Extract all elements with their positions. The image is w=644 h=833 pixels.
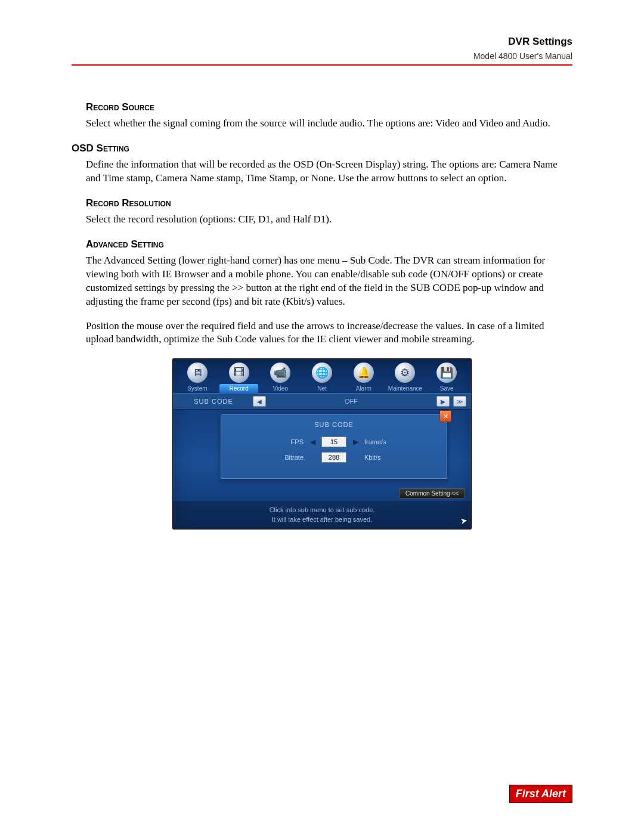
text-record-resolution: Select the record resolution (options: C… [86, 213, 572, 227]
sub-code-prev-button[interactable]: ◀ [253, 396, 266, 407]
tab-alarm[interactable]: 🔔Alarm [344, 363, 383, 393]
tab-record[interactable]: 🎞Record [219, 363, 259, 393]
fps-value[interactable]: 15 [321, 436, 346, 447]
popup-title: SUB CODE [230, 421, 438, 428]
alarm-icon: 🔔 [354, 363, 374, 383]
gear-icon: ⚙ [395, 363, 415, 383]
monitor-icon: 🖥 [187, 363, 208, 383]
page-header-subtitle: Model 4800 User's Manual [72, 51, 572, 61]
brand-logo: First Alert [509, 785, 572, 803]
film-reel-icon: 🎞 [229, 363, 249, 383]
globe-icon: 🌐 [312, 363, 332, 383]
tab-save[interactable]: 💾Save [427, 363, 466, 393]
hint-line-1: Click into sub menu to set sub code. [178, 506, 466, 515]
heading-osd-setting: OSD Setting [72, 143, 572, 154]
text-advanced-1: The Advanced Setting (lower right-hand c… [86, 254, 572, 309]
bitrate-value[interactable]: 288 [321, 452, 346, 463]
fps-increase-button[interactable]: ▶ [351, 438, 360, 446]
common-setting-button[interactable]: Common Setting << [399, 488, 465, 498]
camera-icon: 📹 [270, 363, 290, 383]
sub-code-expand-button[interactable]: ≫ [453, 396, 466, 407]
heading-record-source: Record Source [86, 101, 572, 113]
sub-code-label: SUB CODE [178, 398, 249, 405]
page-header-title: DVR Settings [72, 36, 572, 48]
cursor-icon: ➤ [460, 515, 469, 526]
bitrate-unit: Kbit/s [364, 454, 400, 461]
sub-code-next-button[interactable]: ▶ [436, 396, 450, 407]
sub-code-value: OFF [270, 398, 433, 405]
heading-advanced-setting: Advanced Setting [86, 239, 572, 250]
fps-label: FPS [268, 438, 304, 445]
tab-maintenance[interactable]: ⚙Maintenance [386, 363, 425, 393]
tab-net[interactable]: 🌐Net [302, 363, 342, 393]
text-advanced-2: Position the mouse over the required fie… [86, 320, 572, 347]
heading-record-resolution: Record Resolution [86, 197, 572, 209]
tab-video[interactable]: 📹Video [261, 363, 300, 393]
hint-line-2: It will take effect after being saved. [178, 515, 466, 524]
sub-code-row: SUB CODE ◀ OFF ▶ ≫ [173, 393, 471, 410]
header-rule [72, 64, 572, 66]
save-icon: 💾 [436, 363, 457, 383]
tab-system[interactable]: 🖥System [178, 363, 217, 393]
bitrate-label: Bitrate [268, 454, 304, 461]
text-record-source: Select whether the signal coming from th… [86, 117, 572, 131]
text-osd-setting: Define the information that will be reco… [86, 158, 572, 185]
hint-panel: Click into sub menu to set sub code. It … [173, 501, 471, 529]
fps-unit: frame/s [364, 438, 400, 445]
fps-decrease-button[interactable]: ◀ [308, 438, 317, 446]
sub-code-popup: ✕ SUB CODE FPS ◀ 15 ▶ frame/s Bitrate ◀ … [221, 414, 447, 479]
dvr-screenshot: 🖥System 🎞Record 📹Video 🌐Net 🔔Alarm ⚙Main… [172, 358, 472, 529]
dvr-tabs: 🖥System 🎞Record 📹Video 🌐Net 🔔Alarm ⚙Main… [173, 359, 471, 393]
popup-close-button[interactable]: ✕ [439, 410, 451, 422]
